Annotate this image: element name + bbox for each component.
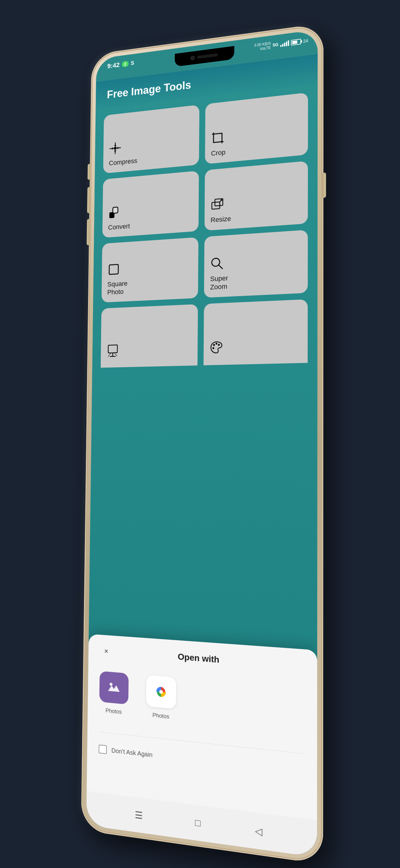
compress-icon [109, 141, 121, 157]
volume-up-button[interactable] [87, 187, 90, 213]
google-photos-icon [146, 675, 176, 709]
svg-line-16 [218, 265, 222, 269]
notch-pill [197, 53, 218, 59]
ios-photos-icon [99, 671, 129, 704]
palette-icon [210, 340, 223, 356]
battery-level: 24 [303, 38, 308, 44]
svg-line-19 [110, 356, 115, 357]
status-right: 3.00 KB/S VoLTE 5G 24 [234, 35, 318, 55]
svg-marker-4 [111, 147, 113, 150]
app-item-ios-photos[interactable]: Photos [99, 671, 129, 716]
dont-ask-checkbox[interactable] [99, 744, 107, 754]
tool-card-square-photo[interactable]: SquarePhoto [101, 237, 198, 303]
resize-icon [210, 197, 224, 214]
power-button[interactable] [322, 172, 326, 198]
notch [174, 46, 234, 67]
crop-icon [211, 130, 225, 147]
svg-rect-10 [113, 207, 118, 213]
status-left: 9:42 2 S [96, 54, 175, 71]
wifi-badge: 2 [122, 61, 129, 67]
svg-point-24 [218, 344, 220, 346]
svg-point-22 [213, 344, 215, 346]
phone-wrapper: 9:42 2 S 3.00 KB/S VoLTE 5G [81, 23, 324, 865]
svg-rect-17 [108, 345, 118, 353]
network-info: 3.00 KB/S VoLTE [254, 41, 271, 52]
status-time: 9:42 [107, 61, 120, 70]
app-item-google-photos[interactable]: Photos [146, 675, 176, 721]
sim-label: S [131, 60, 134, 66]
back-nav-icon[interactable]: ◁ [255, 825, 262, 837]
svg-marker-2 [114, 144, 116, 146]
phone-frame: 9:42 2 S 3.00 KB/S VoLTE 5G [81, 23, 324, 865]
compress-label: Compress [109, 157, 137, 167]
network-type: 5G [272, 42, 278, 48]
svg-point-23 [215, 343, 218, 345]
square-photo-label: SquarePhoto [107, 280, 128, 297]
dont-ask-label: Don't Ask Again [111, 747, 153, 758]
square-photo-icon [107, 262, 120, 278]
battery-fill [292, 41, 297, 44]
svg-rect-6 [114, 147, 116, 149]
tool-card-easel[interactable] [101, 304, 198, 368]
super-zoom-label: SuperZoom [210, 274, 228, 291]
crop-label: Crop [211, 148, 226, 157]
svg-rect-7 [214, 133, 222, 143]
svg-marker-3 [114, 150, 116, 152]
easel-icon [106, 344, 119, 359]
super-zoom-icon [210, 256, 224, 273]
tool-card-resize[interactable]: Resize [204, 161, 308, 231]
svg-point-25 [212, 347, 214, 349]
signal-bars [280, 40, 289, 47]
svg-line-20 [108, 353, 111, 357]
svg-point-26 [105, 678, 123, 698]
close-button[interactable]: × [100, 644, 112, 658]
dont-ask-row: Don't Ask Again [99, 744, 304, 776]
battery-icon [291, 39, 301, 45]
svg-marker-5 [118, 147, 120, 149]
tool-card-compress[interactable]: Compress [103, 104, 199, 174]
convert-label: Convert [108, 222, 130, 231]
convert-icon [108, 206, 121, 221]
tool-card-crop[interactable]: Crop [205, 93, 308, 164]
hamburger-nav-icon[interactable]: ☰ [135, 809, 143, 821]
sheet-apps: Photos [99, 671, 304, 734]
notch-dot [191, 56, 195, 60]
tool-card-convert[interactable]: Convert [102, 171, 199, 238]
svg-line-21 [114, 353, 117, 356]
sheet-title: Open with [178, 652, 219, 665]
resize-label: Resize [210, 215, 231, 224]
google-photos-name: Photos [153, 712, 169, 720]
mute-button[interactable] [88, 164, 91, 180]
volume-down-button[interactable] [87, 219, 90, 245]
ios-photos-name: Photos [105, 708, 122, 716]
app-title: Free Image Tools [107, 79, 191, 101]
phone-screen: 9:42 2 S 3.00 KB/S VoLTE 5G [86, 30, 318, 858]
tool-card-palette[interactable] [203, 299, 308, 365]
svg-rect-14 [109, 265, 119, 274]
home-nav-icon[interactable]: □ [195, 817, 201, 829]
tool-card-super-zoom[interactable]: SuperZoom [204, 230, 308, 298]
